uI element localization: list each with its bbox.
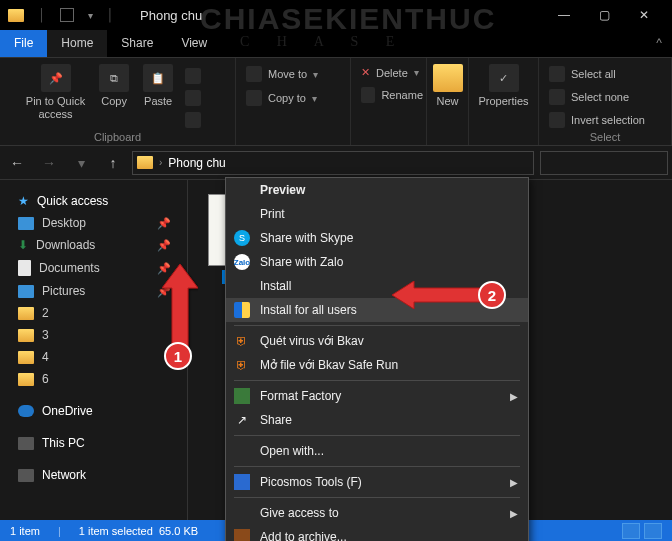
ctx-separator bbox=[234, 325, 520, 326]
ctx-bkav-scan[interactable]: ⛨Quét virus với Bkav bbox=[226, 329, 528, 353]
sidebar-folder-6[interactable]: 6 bbox=[0, 368, 187, 390]
qat-sep2: │ bbox=[107, 8, 115, 22]
chevron-right-icon: ▶ bbox=[510, 508, 518, 519]
tab-view[interactable]: View bbox=[167, 30, 221, 57]
chevron-down-icon[interactable]: ▾ bbox=[88, 10, 93, 21]
sidebar-onedrive[interactable]: OneDrive bbox=[0, 400, 187, 422]
svg-marker-0 bbox=[162, 264, 198, 350]
copy-to-icon bbox=[246, 90, 262, 106]
invert-selection-icon bbox=[549, 112, 565, 128]
group-clipboard-label: Clipboard bbox=[0, 131, 235, 143]
sidebar-pictures[interactable]: Pictures📌 bbox=[0, 280, 187, 302]
tab-share[interactable]: Share bbox=[107, 30, 167, 57]
delete-button[interactable]: ✕Delete▾ bbox=[357, 64, 427, 81]
ctx-give-access[interactable]: Give access to▶ bbox=[226, 501, 528, 525]
zalo-icon: Zalo bbox=[234, 254, 250, 270]
ctx-bkav-safe[interactable]: ⛨Mở file với Bkav Safe Run bbox=[226, 353, 528, 377]
ctx-separator bbox=[234, 380, 520, 381]
ctx-separator bbox=[234, 435, 520, 436]
new-folder-icon bbox=[433, 64, 463, 92]
pin-icon: 📌 bbox=[157, 217, 171, 230]
cut-button[interactable] bbox=[181, 66, 215, 86]
copy-to-button[interactable]: Copy to▾ bbox=[242, 88, 362, 108]
invert-selection-button[interactable]: Invert selection bbox=[545, 110, 665, 130]
winrar-icon bbox=[234, 529, 250, 541]
select-all-icon bbox=[549, 66, 565, 82]
chevron-right-icon: ▶ bbox=[510, 477, 518, 488]
ctx-print[interactable]: Print bbox=[226, 202, 528, 226]
thumbnails-view-button[interactable] bbox=[644, 523, 662, 539]
sidebar-quick-access[interactable]: ★Quick access bbox=[0, 190, 187, 212]
window-title: Phong chu bbox=[140, 8, 202, 23]
documents-icon bbox=[18, 260, 31, 276]
select-none-button[interactable]: Select none bbox=[545, 87, 665, 107]
tab-home[interactable]: Home bbox=[47, 30, 107, 57]
status-item-count: 1 item bbox=[10, 525, 40, 537]
ctx-picosmos[interactable]: Picosmos Tools (F)▶ bbox=[226, 470, 528, 494]
qat-sep: │ bbox=[38, 8, 46, 22]
group-select-label: Select bbox=[539, 131, 671, 143]
ctx-format-factory[interactable]: Format Factory▶ bbox=[226, 384, 528, 408]
chevron-right-icon: ▶ bbox=[510, 391, 518, 402]
svg-marker-1 bbox=[392, 281, 484, 309]
nav-back-button[interactable]: ← bbox=[4, 150, 30, 176]
picosmos-icon bbox=[234, 474, 250, 490]
ctx-share[interactable]: ↗Share bbox=[226, 408, 528, 432]
search-input[interactable] bbox=[540, 151, 668, 175]
properties-button[interactable]: ✓Properties bbox=[472, 62, 534, 110]
qat-item-icon[interactable] bbox=[60, 8, 74, 22]
ctx-zalo[interactable]: ZaloShare with Zalo bbox=[226, 250, 528, 274]
properties-icon: ✓ bbox=[489, 64, 519, 92]
pin-quick-access-button[interactable]: 📌Pin to Quick access bbox=[20, 62, 91, 122]
select-all-button[interactable]: Select all bbox=[545, 64, 665, 84]
move-to-button[interactable]: Move to▾ bbox=[242, 64, 362, 84]
close-button[interactable]: ✕ bbox=[624, 1, 664, 29]
ctx-skype[interactable]: SShare with Skype bbox=[226, 226, 528, 250]
ribbon-toggle-icon[interactable]: ^ bbox=[646, 30, 672, 57]
path-segment[interactable]: Phong chu bbox=[168, 156, 225, 170]
network-icon bbox=[18, 469, 34, 482]
annotation-badge-2: 2 bbox=[478, 281, 506, 309]
paste-button[interactable]: 📋Paste bbox=[137, 62, 179, 110]
new-button[interactable]: New bbox=[427, 62, 469, 110]
context-menu: Preview Print SShare with Skype ZaloShar… bbox=[225, 177, 529, 541]
bkav-icon: ⛨ bbox=[234, 333, 250, 349]
nav-up-button[interactable]: ↑ bbox=[100, 150, 126, 176]
folder-icon bbox=[18, 307, 34, 320]
sidebar-this-pc[interactable]: This PC bbox=[0, 432, 187, 454]
copy-button[interactable]: ⧉Copy bbox=[93, 62, 135, 110]
sidebar-folder-3[interactable]: 3 bbox=[0, 324, 187, 346]
paste-shortcut-button[interactable] bbox=[181, 110, 215, 130]
folder-icon bbox=[18, 373, 34, 386]
status-selected: 1 item selected 65.0 KB bbox=[79, 525, 198, 537]
star-icon: ★ bbox=[18, 194, 29, 208]
ribbon: 📌Pin to Quick access ⧉Copy 📋Paste Clipbo… bbox=[0, 58, 672, 146]
copy-path-button[interactable] bbox=[181, 88, 215, 108]
annotation-arrow-1 bbox=[162, 264, 198, 350]
navigation-pane: ★Quick access Desktop📌 ⬇Downloads📌 Docum… bbox=[0, 180, 188, 520]
share-icon: ↗ bbox=[234, 412, 250, 428]
sidebar-desktop[interactable]: Desktop📌 bbox=[0, 212, 187, 234]
sidebar-folder-2[interactable]: 2 bbox=[0, 302, 187, 324]
nav-forward-button[interactable]: → bbox=[36, 150, 62, 176]
ctx-open-with[interactable]: Open with... bbox=[226, 439, 528, 463]
title-bar: │ ▾ │ Phong chu — ▢ ✕ bbox=[0, 0, 672, 30]
sidebar-documents[interactable]: Documents📌 bbox=[0, 256, 187, 280]
rename-button[interactable]: Rename bbox=[357, 85, 427, 105]
bkav-icon: ⛨ bbox=[234, 357, 250, 373]
address-box[interactable]: › Phong chu bbox=[132, 151, 534, 175]
sidebar-network[interactable]: Network bbox=[0, 464, 187, 486]
sidebar-folder-4[interactable]: 4 bbox=[0, 346, 187, 368]
maximize-button[interactable]: ▢ bbox=[584, 1, 624, 29]
minimize-button[interactable]: — bbox=[544, 1, 584, 29]
ctx-preview[interactable]: Preview bbox=[226, 178, 528, 202]
sidebar-downloads[interactable]: ⬇Downloads📌 bbox=[0, 234, 187, 256]
pc-icon bbox=[18, 437, 34, 450]
address-bar: ← → ▾ ↑ › Phong chu bbox=[0, 146, 672, 180]
annotation-badge-1: 1 bbox=[164, 342, 192, 370]
details-view-button[interactable] bbox=[622, 523, 640, 539]
ctx-add-archive[interactable]: Add to archive... bbox=[226, 525, 528, 541]
nav-history-button[interactable]: ▾ bbox=[68, 150, 94, 176]
tab-file[interactable]: File bbox=[0, 30, 47, 57]
select-none-icon bbox=[549, 89, 565, 105]
